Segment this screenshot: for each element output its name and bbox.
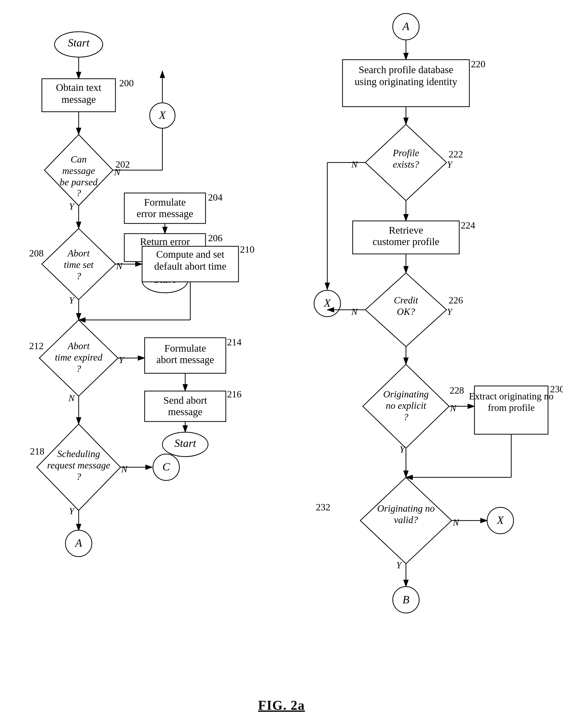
- svg-text:Y: Y: [447, 159, 453, 170]
- svg-text:Retrieve: Retrieve: [389, 224, 423, 236]
- svg-text:Y: Y: [69, 201, 75, 212]
- svg-text:C: C: [162, 461, 170, 473]
- svg-text:230: 230: [550, 384, 563, 394]
- svg-text:224: 224: [461, 220, 475, 231]
- svg-text:Y: Y: [119, 355, 125, 365]
- svg-text:232: 232: [316, 502, 330, 512]
- svg-text:Y: Y: [69, 506, 75, 516]
- svg-text:220: 220: [471, 59, 485, 69]
- svg-text:Formulate: Formulate: [144, 197, 186, 208]
- svg-text:Obtain text: Obtain text: [56, 82, 102, 93]
- svg-text:message: message: [61, 94, 96, 105]
- svg-text:time set: time set: [64, 259, 94, 270]
- svg-text:Originating: Originating: [383, 389, 428, 399]
- svg-text:Search profile database: Search profile database: [358, 64, 453, 75]
- svg-text:Profile: Profile: [392, 148, 419, 158]
- svg-text:exists?: exists?: [393, 159, 419, 170]
- svg-text:no explicit: no explicit: [386, 400, 426, 411]
- svg-text:N: N: [116, 261, 123, 271]
- flowchart-svg: Start Obtain text message 200 Can messag…: [0, 0, 563, 728]
- svg-text:Compute and set: Compute and set: [156, 249, 225, 260]
- svg-text:204: 204: [208, 192, 223, 203]
- svg-text:208: 208: [29, 248, 44, 258]
- svg-text:216: 216: [227, 389, 242, 399]
- svg-text:Start: Start: [174, 437, 196, 449]
- svg-text:N: N: [453, 517, 459, 528]
- svg-text:valid?: valid?: [394, 514, 418, 525]
- svg-text:Return error: Return error: [140, 236, 190, 247]
- svg-text:X: X: [323, 297, 331, 309]
- svg-text:N: N: [68, 393, 75, 403]
- svg-text:Abort: Abort: [67, 248, 90, 258]
- svg-text:be parsed: be parsed: [60, 177, 98, 187]
- figure-label: FIG. 2a: [258, 698, 305, 713]
- svg-text:OK?: OK?: [397, 306, 415, 317]
- svg-text:206: 206: [208, 233, 223, 243]
- svg-text:error message: error message: [137, 208, 193, 219]
- svg-text:N: N: [121, 464, 128, 474]
- svg-text:226: 226: [449, 295, 463, 305]
- svg-text:?: ?: [76, 471, 81, 482]
- svg-text:210: 210: [240, 244, 255, 255]
- svg-text:message: message: [62, 165, 95, 176]
- svg-text:200: 200: [119, 78, 134, 88]
- svg-text:Y: Y: [447, 307, 453, 317]
- svg-text:from profile: from profile: [488, 402, 535, 413]
- svg-text:abort message: abort message: [156, 354, 214, 365]
- svg-text:?: ?: [76, 271, 81, 281]
- svg-text:B: B: [403, 593, 409, 606]
- svg-text:228: 228: [450, 385, 464, 396]
- svg-text:Send abort: Send abort: [163, 395, 207, 406]
- svg-text:A: A: [75, 537, 83, 549]
- svg-text:N: N: [450, 403, 457, 413]
- svg-text:Extract originating no: Extract originating no: [469, 391, 553, 401]
- svg-text:214: 214: [227, 337, 242, 347]
- diagram-container: Start Obtain text message 200 Can messag…: [0, 0, 563, 728]
- svg-text:X: X: [159, 109, 167, 121]
- svg-text:customer profile: customer profile: [372, 236, 439, 247]
- svg-text:message: message: [168, 406, 203, 417]
- svg-text:Scheduling: Scheduling: [57, 448, 100, 459]
- svg-text:212: 212: [29, 341, 44, 351]
- svg-text:?: ?: [404, 412, 408, 422]
- svg-text:?: ?: [76, 363, 81, 374]
- svg-text:default abort time: default abort time: [154, 261, 226, 272]
- svg-text:Y: Y: [396, 560, 402, 570]
- svg-text:Originating no: Originating no: [377, 503, 435, 514]
- svg-text:N: N: [351, 159, 358, 170]
- svg-text:N: N: [351, 307, 358, 317]
- svg-text:Can: Can: [71, 154, 87, 165]
- svg-text:218: 218: [30, 446, 44, 457]
- svg-text:Credit: Credit: [394, 295, 418, 305]
- svg-text:Start: Start: [68, 37, 90, 49]
- svg-text:Formulate: Formulate: [165, 343, 206, 354]
- svg-text:?: ?: [76, 188, 81, 198]
- svg-text:Abort: Abort: [67, 341, 90, 351]
- svg-text:A: A: [402, 20, 410, 33]
- svg-text:time expired: time expired: [55, 352, 103, 363]
- svg-text:222: 222: [449, 149, 463, 159]
- svg-text:Y: Y: [69, 295, 75, 305]
- svg-text:using  originating identity: using originating identity: [355, 76, 457, 87]
- svg-text:X: X: [496, 514, 504, 526]
- svg-text:N: N: [114, 167, 121, 177]
- svg-text:request message: request message: [47, 460, 110, 471]
